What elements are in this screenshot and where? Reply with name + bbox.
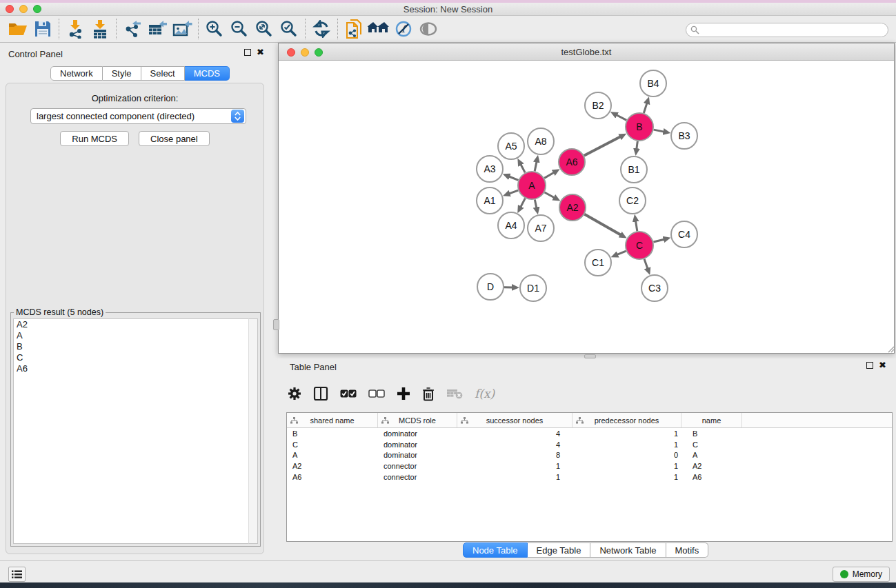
graph-edge-A-A8[interactable] <box>535 161 537 171</box>
hide-details-icon[interactable]: f <box>391 18 416 40</box>
graph-edge-C-C3[interactable] <box>644 259 648 269</box>
save-icon[interactable] <box>30 18 55 40</box>
graph-edge-A-A5[interactable] <box>521 165 525 173</box>
tab-network[interactable]: Network <box>50 66 103 81</box>
zoom-fit-icon[interactable] <box>252 18 277 40</box>
column-header-MCDS-role[interactable]: MCDS role <box>378 413 457 427</box>
toolbar-separator <box>337 19 338 39</box>
column-header-predecessor-nodes[interactable]: predecessor nodes <box>573 413 681 427</box>
table-row[interactable]: A6connector11A6 <box>287 472 892 483</box>
graph-edge-C-C4[interactable] <box>653 239 664 242</box>
graph-node-label: A7 <box>535 223 546 234</box>
toolbar-separator <box>305 19 306 39</box>
close-panel-button[interactable]: Close panel <box>139 131 210 146</box>
mcds-result-list[interactable]: A2ABCA6 <box>13 318 248 544</box>
table-cell: connector <box>378 462 457 470</box>
network-canvas[interactable]: B4B2BB3A8A5A6A3B1AA1C2A2A4A7C4CC1C3DD1 <box>279 61 894 353</box>
add-column-icon[interactable] <box>397 385 410 403</box>
tab-mcds[interactable]: MCDS <box>185 66 230 81</box>
float-panel-icon[interactable] <box>244 49 251 56</box>
column-header-successor-nodes[interactable]: successor nodes <box>457 413 573 427</box>
export-image-icon[interactable] <box>170 18 195 40</box>
mcds-result-item[interactable]: C <box>14 352 248 363</box>
node-table-header[interactable]: shared nameMCDS rolesuccessor nodesprede… <box>287 413 892 428</box>
close-panel-icon[interactable]: ✖ <box>257 49 264 56</box>
close-panel-icon[interactable]: ✖ <box>879 362 886 369</box>
task-history-button[interactable] <box>8 567 26 582</box>
select-all-icon[interactable] <box>340 385 357 403</box>
close-traffic-light[interactable] <box>6 5 14 13</box>
graph-edge-C-C2[interactable] <box>636 221 637 232</box>
graph-edge-B-B4[interactable] <box>644 103 647 113</box>
graph-edge-A-A7[interactable] <box>535 200 537 208</box>
network-window-controls[interactable] <box>287 48 323 57</box>
table-row[interactable]: Bdominator41B <box>287 428 892 439</box>
open-folder-icon[interactable] <box>6 18 30 40</box>
tab-motifs[interactable]: Motifs <box>666 543 709 558</box>
tab-node-table[interactable]: Node Table <box>463 543 528 558</box>
mcds-result-item[interactable]: B <box>14 341 248 352</box>
table-row[interactable]: Cdominator41C <box>287 439 892 450</box>
graph-edge-A6-B[interactable] <box>584 136 621 155</box>
table-cell: dominator <box>378 451 457 459</box>
graph-edge-A2-C[interactable] <box>584 214 621 235</box>
graph-edge-A-A1[interactable] <box>509 190 518 194</box>
zoom-in-icon[interactable] <box>202 18 227 40</box>
graph-edge-A-A6[interactable] <box>544 172 554 178</box>
refresh-icon[interactable] <box>309 18 334 40</box>
graph-edge-A-A3[interactable] <box>509 176 519 180</box>
criterion-select[interactable]: largest connected component (directed) <box>30 108 246 124</box>
memory-button[interactable]: Memory <box>833 567 890 582</box>
network-window-titlebar[interactable]: testGlobe.txt <box>279 43 894 61</box>
graph-edge-A-A2[interactable] <box>544 192 554 198</box>
graph-edge-B-B3[interactable] <box>654 130 664 132</box>
graph-node-label: A1 <box>484 195 495 206</box>
table-cell: C <box>681 440 742 449</box>
delete-column-icon[interactable] <box>422 385 435 403</box>
export-network-icon[interactable] <box>120 18 145 40</box>
graph-edge-B-B1[interactable] <box>637 141 637 149</box>
mcds-result-item[interactable]: A2 <box>14 319 248 330</box>
tab-style[interactable]: Style <box>103 66 141 81</box>
table-row[interactable]: Adominator80A <box>287 450 892 461</box>
desktop-vertical-scrollbar-thumb[interactable] <box>273 319 279 330</box>
column-header-name[interactable]: name <box>681 413 742 427</box>
column-browser-icon[interactable] <box>313 385 328 403</box>
zoom-traffic-light[interactable] <box>33 5 41 13</box>
zoom-selected-icon[interactable] <box>277 18 301 40</box>
import-table-icon[interactable] <box>88 18 112 40</box>
graph-node-label: A5 <box>505 141 517 152</box>
node-table-body[interactable]: Bdominator41BCdominator41CAdominator80AA… <box>287 428 892 483</box>
deselect-all-icon[interactable] <box>368 385 385 403</box>
import-network-icon[interactable] <box>63 18 88 40</box>
tab-network-table[interactable]: Network Table <box>590 543 666 558</box>
mcds-result-item[interactable]: A <box>14 330 248 341</box>
minimize-traffic-light[interactable] <box>19 5 28 13</box>
column-header-shared-name[interactable]: shared name <box>287 413 378 427</box>
network-graph[interactable]: B4B2BB3A8A5A6A3B1AA1C2A2A4A7C4CC1C3DD1 <box>279 61 894 353</box>
network-document-icon[interactable] <box>341 18 366 40</box>
minimize-traffic-light[interactable] <box>301 48 309 57</box>
graph-edge-B-B2[interactable] <box>617 115 627 121</box>
gear-icon[interactable] <box>288 385 301 403</box>
home-icon[interactable] <box>366 18 391 40</box>
float-panel-icon[interactable] <box>866 362 873 369</box>
mcds-result-item[interactable]: A6 <box>14 363 248 374</box>
eye-icon[interactable] <box>416 18 441 40</box>
zoom-traffic-light[interactable] <box>315 48 323 57</box>
tab-select[interactable]: Select <box>141 66 185 81</box>
search-field[interactable] <box>686 23 888 37</box>
mcds-result-scrollbar[interactable] <box>248 318 258 544</box>
window-controls[interactable] <box>6 5 41 13</box>
window-resize-handle[interactable] <box>888 346 895 353</box>
table-cell: B <box>681 429 742 438</box>
zoom-out-icon[interactable] <box>227 18 252 40</box>
export-table-icon[interactable] <box>145 18 170 40</box>
graph-edge-A-A4[interactable] <box>521 199 526 207</box>
graph-edge-C-C1[interactable] <box>617 251 626 254</box>
tab-edge-table[interactable]: Edge Table <box>528 543 591 558</box>
search-input[interactable] <box>686 23 888 37</box>
table-row[interactable]: A2connector11A2 <box>287 460 892 472</box>
close-traffic-light[interactable] <box>287 48 295 57</box>
run-mcds-button[interactable]: Run MCDS <box>60 131 129 146</box>
